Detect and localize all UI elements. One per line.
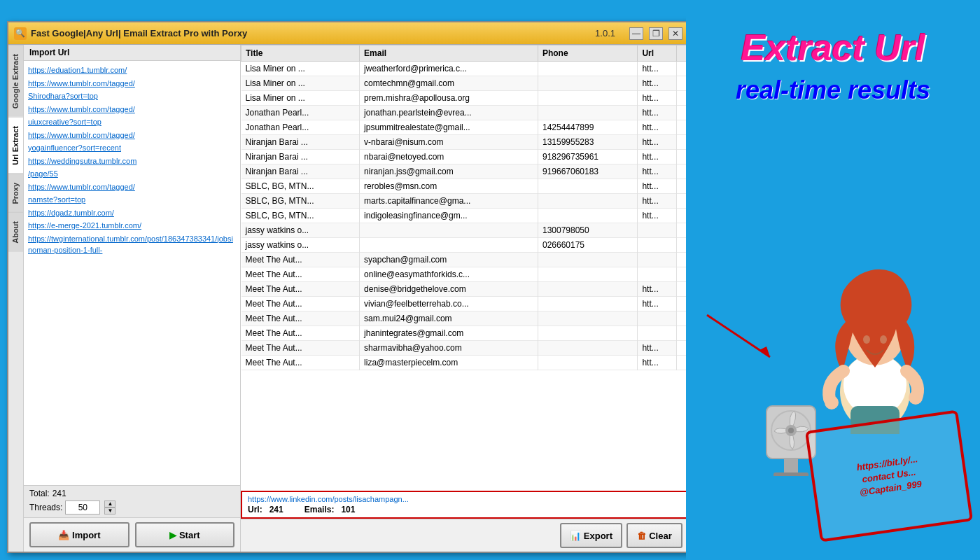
url-item[interactable]: https://e-merge-2021.tumblr.com/ (27, 219, 237, 232)
cell-phone: 919667060183 (538, 164, 637, 179)
url-item[interactable]: https://twginternational.tumblr.com/post… (27, 232, 237, 257)
url-item[interactable]: uiuxcreative?sort=top (27, 115, 237, 129)
cell-email: indigoleasingfinance@gm... (360, 209, 538, 223)
table-row[interactable]: Meet The Aut...syapchan@gmail.com (241, 253, 688, 267)
sidebar-tab-url-extract[interactable]: Url Extract (8, 117, 23, 174)
cell-phone: 14254447899 (538, 120, 637, 135)
cell-title: Meet The Aut... (241, 282, 360, 297)
start-label: Start (179, 530, 200, 540)
url-panel-header: Import Url (24, 45, 240, 61)
threads-down-button[interactable]: ▼ (104, 507, 115, 514)
results-status-bar: https://www.linkedin.com/posts/lisachamp… (241, 491, 688, 519)
threads-up-button[interactable]: ▲ (104, 500, 115, 507)
table-row[interactable]: SBLC, BG, MTN...rerobles@msn.comhtt... (241, 179, 688, 194)
sidebar-tab-proxy[interactable]: Proxy (8, 174, 23, 213)
cell-phone: 13159955283 (538, 135, 637, 150)
cell-email: sam.mui24@gmail.com (360, 312, 538, 326)
cell-url: htt... (638, 282, 677, 297)
url-item[interactable]: https://weddingsutra.tumblr.com (27, 155, 237, 168)
threads-input[interactable] (65, 500, 100, 514)
export-button[interactable]: 📊 Export (560, 523, 622, 548)
cell-phone (538, 326, 637, 341)
table-row[interactable]: Meet The Aut...vivian@feelbetterrehab.co… (241, 297, 688, 312)
minimize-button[interactable]: — (629, 27, 643, 40)
cell-phone (538, 209, 637, 223)
cell-email: v-nbarai@nisum.com (360, 135, 538, 150)
table-row[interactable]: jassy watkins o...1300798050 (241, 223, 688, 238)
total-item: Total: 241 (29, 489, 66, 498)
stamp-overlay: https://bit.ly/...contact Us...@Captain_… (805, 410, 973, 542)
url-item[interactable]: https://www.tumblr.com/tagged/ (27, 103, 237, 116)
url-list[interactable]: https://eduation1.tumblr.com/ https://ww… (24, 61, 240, 485)
table-row[interactable]: jassy watkins o...026660175 (241, 238, 688, 253)
threads-spinner: ▲ ▼ (104, 500, 115, 514)
url-item[interactable]: https://www.tumblr.com/tagged/ (27, 129, 237, 142)
cell-url: htt... (638, 209, 677, 223)
url-count-value: 241 (270, 505, 284, 514)
cell-title: jassy watkins o... (241, 238, 360, 253)
import-icon: 📥 (58, 530, 69, 540)
cell-phone (538, 341, 637, 356)
cell-phone: 918296735961 (538, 150, 637, 164)
clear-button[interactable]: 🗑 Clear (626, 523, 682, 548)
svg-point-13 (788, 428, 794, 433)
results-table[interactable]: Title Email Phone Url Lisa Miner on ...j… (241, 45, 688, 491)
red-arrow (700, 308, 784, 364)
cell-title: Niranjan Barai ... (241, 135, 360, 150)
table-row[interactable]: Meet The Aut...sharmavibha@yahoo.comhtt.… (241, 341, 688, 356)
sidebar-tab-about[interactable]: About (8, 212, 23, 252)
cell-title: Niranjan Barai ... (241, 164, 360, 179)
url-item[interactable]: Shirodhara?sort=top (27, 90, 237, 103)
table-row[interactable]: Meet The Aut...liza@masterpiecelm.comhtt… (241, 356, 688, 370)
url-count-label: Url: 241 (248, 505, 284, 514)
table-row[interactable]: SBLC, BG, MTN...marts.capitalfinance@gma… (241, 194, 688, 209)
threads-row: Threads: ▲ ▼ (29, 500, 234, 514)
cell-email: liza@masterpiecelm.com (360, 356, 538, 370)
url-item[interactable]: https://www.tumblr.com/tagged/ (27, 181, 237, 194)
col-title: Title (241, 46, 360, 62)
emails-count-value: 101 (341, 505, 355, 514)
table-row[interactable]: Lisa Miner on ...comtechmn@gmail.comhtt.… (241, 76, 688, 91)
col-url: Url (638, 46, 677, 62)
cell-url: htt... (638, 150, 677, 164)
cell-url: htt... (638, 341, 677, 356)
bottom-bar: Total: 241 Threads: ▲ ▼ (24, 485, 240, 517)
import-button[interactable]: 📥 Import (29, 522, 130, 547)
cell-phone (538, 312, 637, 326)
close-button[interactable]: ✕ (668, 27, 682, 40)
url-item[interactable]: namste?sort=top (27, 193, 237, 206)
url-item[interactable]: https://dgadz.tumblr.com/ (27, 206, 237, 220)
cell-title: jassy watkins o... (241, 223, 360, 238)
cell-url: htt... (638, 194, 677, 209)
cell-url: htt... (638, 106, 677, 120)
table-row[interactable]: Meet The Aut...denise@bridgethelove.comh… (241, 282, 688, 297)
table-row[interactable]: Lisa Miner on ...jweatherford@primerica.… (241, 62, 688, 76)
table-row[interactable]: Jonathan Pearl...jpsummitrealestate@gmai… (241, 120, 688, 135)
action-bar: 📥 Import ▶ Start (24, 517, 240, 552)
app-title: Fast Google|Any Url| Email Extract Pro w… (31, 28, 595, 38)
url-item[interactable]: https://eduation1.tumblr.com/ (27, 64, 237, 77)
cell-phone (538, 106, 637, 120)
cell-title: SBLC, BG, MTN... (241, 179, 360, 194)
table-row[interactable]: Niranjan Barai ...nbarai@netoyed.com9182… (241, 150, 688, 164)
maximize-button[interactable]: ❐ (649, 27, 663, 40)
table-row[interactable]: Niranjan Barai ...niranjan.jss@gmail.com… (241, 164, 688, 179)
table-row[interactable]: Lisa Miner on ...prem.mishra@apollousa.o… (241, 91, 688, 106)
svg-rect-9 (774, 472, 808, 476)
app-icon: 🔍 (14, 27, 27, 40)
cell-url (638, 253, 677, 267)
cell-title: Jonathan Pearl... (241, 106, 360, 120)
url-item[interactable]: /page/55 (27, 167, 237, 181)
url-item[interactable]: https://www.tumblr.com/tagged/ (27, 77, 237, 90)
table-row[interactable]: Meet The Aut...jhanintegrates@gmail.com (241, 326, 688, 341)
cell-title: Lisa Miner on ... (241, 62, 360, 76)
table-row[interactable]: SBLC, BG, MTN...indigoleasingfinance@gm.… (241, 209, 688, 223)
table-row[interactable]: Meet The Aut...online@easymathforkids.c.… (241, 267, 688, 282)
sidebar-tab-google-extract[interactable]: Google Extract (8, 45, 23, 117)
url-item[interactable]: yogainfluencer?sort=recent (27, 141, 237, 155)
export-label: Export (584, 531, 612, 541)
table-row[interactable]: Jonathan Pearl...jonathan.pearlstein@evr… (241, 106, 688, 120)
start-button[interactable]: ▶ Start (135, 522, 235, 547)
table-row[interactable]: Niranjan Barai ...v-nbarai@nisum.com1315… (241, 135, 688, 150)
table-row[interactable]: Meet The Aut...sam.mui24@gmail.com (241, 312, 688, 326)
